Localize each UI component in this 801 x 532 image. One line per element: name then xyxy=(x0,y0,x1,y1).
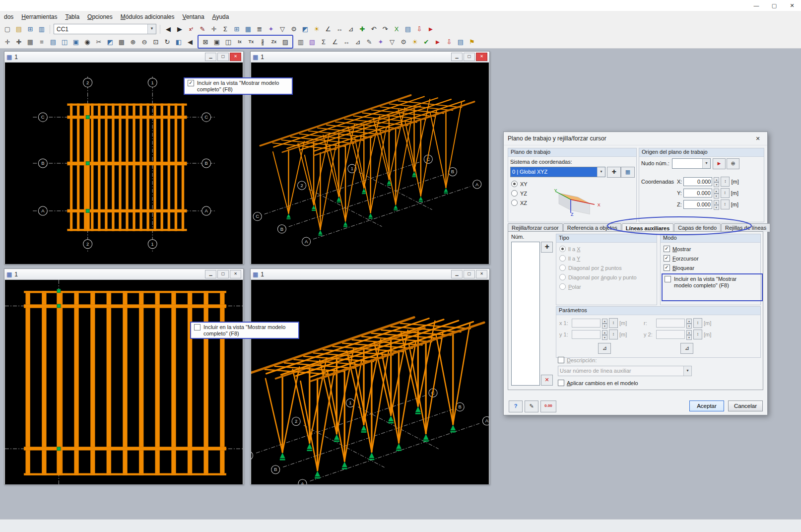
menu-ayuda[interactable]: Ayuda xyxy=(208,12,233,22)
load-case-combo[interactable]: CC1 ▾ xyxy=(54,24,156,34)
pencil2-icon[interactable]: ✎ xyxy=(364,36,375,47)
checkbox-descripcion[interactable]: Descripción: xyxy=(558,357,597,363)
triangle-ruler-icon[interactable]: ⊿ xyxy=(345,24,356,35)
viewport-close-button[interactable]: ✕ xyxy=(230,53,241,61)
crossed-square-icon[interactable]: ⊠ xyxy=(200,36,211,47)
include-in-view-checkbox[interactable] xyxy=(665,276,671,282)
chevron-down-icon[interactable]: ▾ xyxy=(147,24,156,34)
tx-toggle-icon[interactable]: Tx xyxy=(246,36,257,47)
accept-button[interactable]: Aceptar xyxy=(689,400,724,411)
viewport-canvas-plan-zoom[interactable] xyxy=(5,280,243,484)
crosshair-icon[interactable]: ✛ xyxy=(208,24,219,35)
menu-tabla[interactable]: Tabla xyxy=(61,12,83,22)
render-cube-icon[interactable]: ◩ xyxy=(300,24,311,35)
checkbox-aplicar-cambios[interactable]: Aplicar cambios en el modelo xyxy=(558,380,638,386)
pick-in-graphic-button[interactable]: ↕ xyxy=(721,188,730,198)
cancel-button[interactable]: Cancelar xyxy=(728,400,763,411)
pick-in-graphic-button[interactable]: ↕ xyxy=(609,330,618,339)
hatch-square-icon[interactable]: ▨ xyxy=(280,36,291,47)
ix-toggle-icon[interactable]: Ix xyxy=(234,36,245,47)
tab-rejilla-forzar-cursor[interactable]: Rejilla/forzar cursor xyxy=(508,223,563,232)
window-close-button[interactable]: ✕ xyxy=(783,0,801,11)
new-file-icon[interactable]: ▢ xyxy=(2,24,13,35)
menu-m-dulos-adicionales[interactable]: Módulos adicionales xyxy=(117,12,179,22)
layers-icon[interactable]: ▤ xyxy=(455,36,466,47)
include-in-view-checkbox[interactable] xyxy=(194,324,200,331)
guide-lines-icon[interactable]: ≡ xyxy=(36,36,47,47)
delete-aux-line-button[interactable]: ✕ xyxy=(541,375,553,386)
viewport-titlebar[interactable]: ▦ 1 ▁ ▢ ✕ xyxy=(251,269,489,280)
node-number-combo[interactable]: ▾ xyxy=(672,158,711,169)
pick-in-graphic-button[interactable]: ↕ xyxy=(721,200,730,209)
slope-icon[interactable]: ⊿ xyxy=(352,36,363,47)
run2-arrow-icon[interactable]: ► xyxy=(432,36,443,47)
chevron-down-icon[interactable]: ▾ xyxy=(702,159,710,168)
menu-herramientas[interactable]: Herramientas xyxy=(17,12,61,22)
previous-arrow-icon[interactable]: ◀ xyxy=(163,24,174,35)
viewport-minimize-button[interactable]: ▁ xyxy=(205,270,216,278)
tab-rejill-as-de-l-neas[interactable]: Rejill­as de líneas xyxy=(721,223,770,232)
angle-pick-button[interactable]: ⊿ xyxy=(680,343,693,354)
select-pointer-icon[interactable]: ✛ xyxy=(2,36,13,47)
radio-plane-xz[interactable]: XZ xyxy=(511,200,527,206)
radio-tipo-diagonal-por-ngulo-y-punto[interactable]: Diagonal por ángulo y punto xyxy=(559,274,637,280)
undo-icon[interactable]: ↶ xyxy=(368,24,379,35)
viewport-maximize-button[interactable]: ▢ xyxy=(217,53,229,61)
zoom-window-icon[interactable]: ⊡ xyxy=(150,36,161,47)
export-down-icon[interactable]: ⇩ xyxy=(414,24,425,35)
param-field[interactable] xyxy=(572,330,601,339)
param-field[interactable] xyxy=(656,330,685,339)
radio-plane-yz[interactable]: YZ xyxy=(511,190,527,197)
radio-tipo-polar[interactable]: Polar xyxy=(559,283,581,290)
open-folder-icon[interactable]: ▤ xyxy=(13,24,24,35)
run-arrow-icon[interactable]: ► xyxy=(425,24,436,35)
viewport-canvas-iso-zoom[interactable]: CCBBAA21 xyxy=(251,280,489,484)
coordinate-field[interactable]: 0.000 xyxy=(683,200,712,209)
aux-lines-list[interactable] xyxy=(511,242,540,386)
angle-pick-button[interactable]: ⊿ xyxy=(598,343,611,354)
gear-icon[interactable]: ⚙ xyxy=(288,24,299,35)
checkbox-bloquear[interactable]: Bloquear xyxy=(664,265,694,271)
new-aux-line-button[interactable]: ✚ xyxy=(541,242,553,253)
rotate-view-icon[interactable]: ↻ xyxy=(162,36,173,47)
decimal-places-button[interactable]: 0.00 xyxy=(540,400,556,412)
lamp-icon[interactable]: ☀ xyxy=(409,36,420,47)
viewport-close-button[interactable]: ✕ xyxy=(476,270,487,278)
spinner[interactable]: ▲▼ xyxy=(714,177,719,186)
gear2-icon[interactable]: ⚙ xyxy=(398,36,409,47)
dimension-icon[interactable]: ↔ xyxy=(334,24,345,35)
next-arrow-icon[interactable]: ▶ xyxy=(174,24,185,35)
shaded-view-icon[interactable]: ◩ xyxy=(105,36,116,47)
half-shade-icon[interactable]: ◧ xyxy=(173,36,184,47)
show-frames-icon[interactable]: ◫ xyxy=(223,36,234,47)
viewport-minimize-button[interactable]: ▁ xyxy=(451,270,463,278)
angle-icon[interactable]: ∠ xyxy=(323,24,334,35)
tab-referencia-a-objetos[interactable]: Referencia a objetos xyxy=(563,223,621,232)
new-coordinate-system-button[interactable]: ✚ xyxy=(607,167,621,178)
description-combo[interactable]: Usar número de línea auxiliar ▾ xyxy=(558,366,692,376)
center-point-icon[interactable]: ◉ xyxy=(82,36,93,47)
edit-pencil-icon[interactable]: ✎ xyxy=(197,24,208,35)
superscript-xx-icon[interactable]: x² xyxy=(186,24,197,35)
sum2-icon[interactable]: Σ xyxy=(318,36,329,47)
spinner[interactable]: ▲▼ xyxy=(686,330,692,339)
spinner[interactable]: ▲▼ xyxy=(714,200,719,209)
zx-toggle-icon[interactable]: Zx xyxy=(268,36,279,47)
export2-icon[interactable]: ⇩ xyxy=(444,36,455,47)
scissors-icon[interactable]: ✂ xyxy=(93,36,104,47)
menu-opciones[interactable]: Opciones xyxy=(83,12,117,22)
spreadsheet-icon[interactable]: ▥ xyxy=(36,24,47,35)
pick-in-graphic-button[interactable]: ↕ xyxy=(693,318,702,328)
param-field[interactable] xyxy=(572,319,601,328)
grid-icon[interactable]: ▦ xyxy=(25,36,36,47)
radio-tipo-ll-a-y[interactable]: ll a Y xyxy=(559,255,580,262)
coordinate-field[interactable]: 0.000 xyxy=(683,177,712,186)
edit-coordinate-system-button[interactable]: ▦ xyxy=(621,167,635,178)
viewport-maximize-button[interactable]: ▢ xyxy=(464,53,475,61)
viewport-titlebar[interactable]: ▦ 1 ▁ ▢ ✕ xyxy=(251,52,489,63)
work-plane-icon[interactable]: ▤ xyxy=(48,36,59,47)
flag-icon[interactable]: ⚑ xyxy=(467,36,477,47)
sparkle-icon[interactable]: ✦ xyxy=(375,36,386,47)
previous-view-icon[interactable]: ◀ xyxy=(185,36,196,47)
hatch-icon[interactable]: ▧ xyxy=(307,36,318,47)
